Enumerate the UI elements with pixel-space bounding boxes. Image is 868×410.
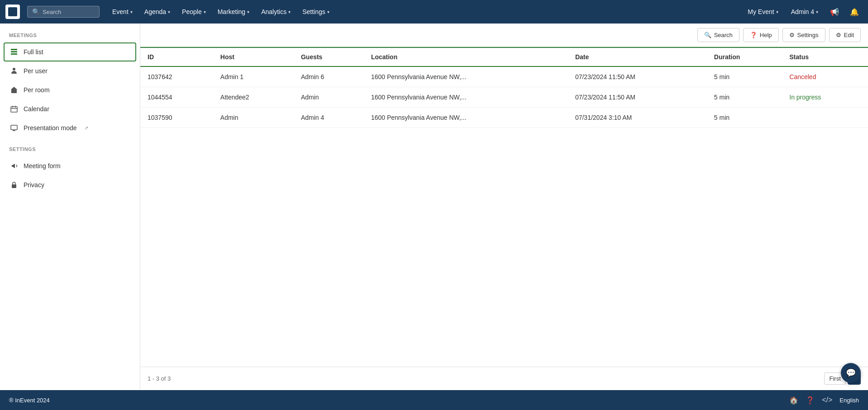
gear-icon: ⚙ bbox=[789, 32, 795, 38]
table-body: 1037642 Admin 1 Admin 6 1600 Pennsylvani… bbox=[140, 66, 868, 128]
building-icon bbox=[10, 86, 18, 94]
chevron-down-icon: ▾ bbox=[247, 9, 249, 14]
table-row[interactable]: 1044554 Attendee2 Admin 1600 Pennsylvani… bbox=[140, 87, 868, 108]
nav-agenda[interactable]: Agenda ▾ bbox=[139, 5, 176, 18]
cell-id: 1037590 bbox=[140, 108, 213, 128]
sidebar-item-privacy[interactable]: Privacy bbox=[0, 175, 140, 194]
sidebar: MEETINGS Full list Per user bbox=[0, 24, 140, 390]
col-id: ID bbox=[140, 47, 213, 66]
cell-host: Admin bbox=[213, 108, 294, 128]
meetings-table: ID Host Guests Location Date Duration St… bbox=[140, 47, 868, 128]
cell-host: Admin 1 bbox=[213, 66, 294, 87]
sidebar-item-meeting-form[interactable]: Meeting form bbox=[0, 156, 140, 175]
svg-rect-0 bbox=[11, 49, 17, 50]
cell-status bbox=[782, 108, 868, 128]
bell-icon[interactable]: 🔔 bbox=[846, 5, 863, 19]
cell-id: 1044554 bbox=[140, 87, 213, 108]
edit-button[interactable]: ⚙ Edit bbox=[829, 28, 861, 42]
search-input[interactable] bbox=[43, 9, 95, 15]
nav-items: Event ▾ Agenda ▾ People ▾ Marketing ▾ An… bbox=[107, 5, 739, 18]
megaphone-small-icon bbox=[10, 162, 18, 170]
chevron-down-icon: ▾ bbox=[288, 9, 291, 14]
nav-settings[interactable]: Settings ▾ bbox=[297, 5, 335, 18]
table-row[interactable]: 1037590 Admin Admin 4 1600 Pennsylvania … bbox=[140, 108, 868, 128]
chat-icon: 💬 bbox=[846, 368, 856, 378]
chevron-down-icon: ▾ bbox=[816, 9, 818, 14]
meetings-section-title: MEETINGS bbox=[0, 33, 140, 42]
pagination-info: 1 - 3 of 3 bbox=[148, 375, 171, 382]
col-host: Host bbox=[213, 47, 294, 66]
search-button[interactable]: 🔍 Search bbox=[697, 28, 739, 42]
my-event-button[interactable]: My Event ▾ bbox=[743, 6, 782, 18]
cell-status: Canceled bbox=[782, 66, 868, 87]
col-location: Location bbox=[364, 47, 568, 66]
table-header: ID Host Guests Location Date Duration St… bbox=[140, 47, 868, 66]
settings-section-title: SETTINGS bbox=[0, 146, 140, 156]
megaphone-icon[interactable]: 📢 bbox=[826, 5, 843, 19]
chat-bubble[interactable]: 💬 bbox=[841, 363, 861, 383]
monitor-icon bbox=[10, 124, 18, 132]
svg-rect-6 bbox=[11, 107, 17, 112]
cell-location: 1600 Pennsylvania Avenue NW,... bbox=[364, 108, 568, 128]
sidebar-item-presentation-mode[interactable]: Presentation mode ↗ bbox=[0, 118, 140, 137]
sidebar-item-label: Per room bbox=[24, 86, 50, 94]
code-icon[interactable]: </> bbox=[822, 396, 832, 404]
language-selector[interactable]: English bbox=[839, 397, 859, 404]
bottom-icons: 🏠 ❓ </> English bbox=[789, 396, 859, 405]
search-btn-icon: 🔍 bbox=[704, 32, 711, 38]
sidebar-item-label: Meeting form bbox=[24, 162, 61, 170]
lock-icon bbox=[10, 181, 18, 189]
nav-marketing[interactable]: Marketing ▾ bbox=[212, 5, 255, 18]
external-link-icon: ↗ bbox=[84, 125, 88, 131]
cell-duration: 5 min bbox=[707, 108, 782, 128]
chevron-down-icon: ▾ bbox=[204, 9, 206, 14]
main-body: MEETINGS Full list Per user bbox=[0, 24, 868, 390]
svg-rect-8 bbox=[12, 184, 16, 188]
sidebar-item-full-list[interactable]: Full list bbox=[4, 42, 136, 61]
svg-rect-5 bbox=[13, 91, 15, 93]
cell-guests: Admin bbox=[294, 87, 364, 108]
edit-icon: ⚙ bbox=[836, 32, 841, 38]
nav-event[interactable]: Event ▾ bbox=[107, 5, 138, 18]
table-row[interactable]: 1037642 Admin 1 Admin 6 1600 Pennsylvani… bbox=[140, 66, 868, 87]
help-button[interactable]: ❓ Help bbox=[743, 28, 779, 42]
chevron-down-icon: ▾ bbox=[168, 9, 170, 14]
admin-button[interactable]: Admin 4 ▾ bbox=[787, 6, 823, 18]
sidebar-item-calendar[interactable]: Calendar bbox=[0, 99, 140, 118]
cell-location: 1600 Pennsylvania Avenue NW,... bbox=[364, 66, 568, 87]
sidebar-item-label: Privacy bbox=[24, 181, 44, 189]
svg-rect-2 bbox=[11, 53, 17, 55]
cell-host: Attendee2 bbox=[213, 87, 294, 108]
meetings-table-wrapper: ID Host Guests Location Date Duration St… bbox=[140, 47, 868, 367]
col-duration: Duration bbox=[707, 47, 782, 66]
cell-id: 1037642 bbox=[140, 66, 213, 87]
settings-button[interactable]: ⚙ Settings bbox=[782, 28, 825, 42]
cell-guests: Admin 6 bbox=[294, 66, 364, 87]
cell-location: 1600 Pennsylvania Avenue NW,... bbox=[364, 87, 568, 108]
copyright: ® InEvent 2024 bbox=[9, 397, 782, 404]
content-area: 🔍 Search ❓ Help ⚙ Settings ⚙ Edit ID bbox=[140, 24, 868, 390]
chevron-down-icon: ▾ bbox=[130, 9, 133, 14]
sidebar-item-label: Presentation mode bbox=[24, 124, 77, 132]
cell-duration: 5 min bbox=[707, 66, 782, 87]
cell-date: 07/23/2024 11:50 AM bbox=[568, 66, 707, 87]
logo[interactable] bbox=[5, 5, 20, 19]
person-icon bbox=[10, 67, 18, 75]
nav-right: My Event ▾ Admin 4 ▾ 📢 🔔 bbox=[743, 5, 863, 19]
svg-point-3 bbox=[13, 68, 15, 71]
cell-date: 07/31/2024 3:10 AM bbox=[568, 108, 707, 128]
sidebar-item-label: Full list bbox=[24, 48, 43, 56]
nav-people[interactable]: People ▾ bbox=[176, 5, 211, 18]
sidebar-item-per-room[interactable]: Per room bbox=[0, 80, 140, 99]
sidebar-item-per-user[interactable]: Per user bbox=[0, 61, 140, 80]
bottom-bar: ® InEvent 2024 🏠 ❓ </> English bbox=[0, 390, 868, 410]
search-box[interactable]: 🔍 bbox=[27, 6, 100, 18]
col-status: Status bbox=[782, 47, 868, 66]
nav-analytics[interactable]: Analytics ▾ bbox=[256, 5, 296, 18]
home-icon[interactable]: 🏠 bbox=[789, 396, 798, 405]
col-date: Date bbox=[568, 47, 707, 66]
cell-duration: 5 min bbox=[707, 87, 782, 108]
top-navigation: 🔍 Event ▾ Agenda ▾ People ▾ Marketing ▾ … bbox=[0, 0, 868, 24]
cell-date: 07/23/2024 11:50 AM bbox=[568, 87, 707, 108]
question-icon[interactable]: ❓ bbox=[806, 396, 815, 405]
